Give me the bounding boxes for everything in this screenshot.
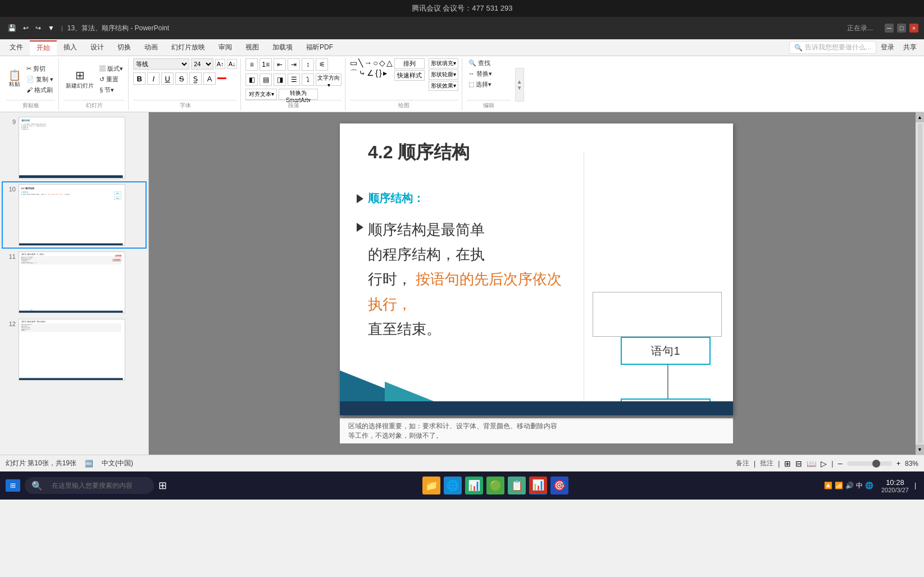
slide-item-10[interactable]: 10 4.2 顺序结构 ▶ 顺序结构： ▶ 顺序结构是最简单的程序结构，在执行时… <box>3 182 145 248</box>
select-btn[interactable]: ⬚ 选择▾ <box>467 80 493 89</box>
tab-foxitpdf[interactable]: 福昕PDF <box>299 40 340 55</box>
shape-arrow[interactable]: → <box>364 58 372 67</box>
save-quick-btn[interactable]: 💾 <box>6 23 19 33</box>
new-slide-btn[interactable]: ⊞ 新建幻灯片 <box>63 67 96 91</box>
format-painter-btn[interactable]: 🖌 格式刷 <box>25 85 55 95</box>
underline-btn[interactable]: U <box>161 72 174 85</box>
zoom-out-btn[interactable]: ─ <box>837 460 843 468</box>
taskbar-search-box[interactable]: 🔍 <box>25 477 154 494</box>
align-right-btn[interactable]: ◨ <box>274 74 286 86</box>
shadow-btn[interactable]: S̲ <box>189 72 202 85</box>
reset-btn[interactable]: ↺ 重置 <box>98 75 125 84</box>
minimize-btn[interactable]: ─ <box>885 24 894 33</box>
paste-btn[interactable]: 📋 粘贴 <box>6 69 23 89</box>
shape-oval[interactable]: ○ <box>373 58 377 67</box>
taskbar-ie[interactable]: 🌐 <box>444 477 462 494</box>
align-center-btn[interactable]: ▤ <box>260 74 272 86</box>
notes-btn[interactable]: 备注 <box>736 459 749 468</box>
task-view-btn[interactable]: ⊞ <box>158 479 167 492</box>
shape-brace[interactable]: } <box>379 68 382 79</box>
login-btn[interactable]: 登录 <box>876 43 899 52</box>
view-reading-btn[interactable]: 📖 <box>807 459 816 468</box>
taskbar-maps[interactable]: 📋 <box>508 477 526 494</box>
smartart-btn[interactable]: 转换为SmartArt▾ <box>279 89 318 100</box>
arrange-btn[interactable]: 排列 <box>394 58 425 69</box>
shape-triangle[interactable]: △ <box>386 58 393 67</box>
ribbon-scroll-btn[interactable]: ▲▼ <box>515 68 524 102</box>
close-btn[interactable]: × <box>909 24 918 33</box>
tab-addins[interactable]: 加载项 <box>266 40 299 55</box>
scroll-up-btn[interactable]: ▲ <box>916 112 924 122</box>
taskbar-app2[interactable]: 🟢 <box>486 477 504 494</box>
font-color-btn[interactable]: A <box>203 72 216 85</box>
tab-transitions[interactable]: 切换 <box>111 40 138 55</box>
italic-btn[interactable]: I <box>147 72 160 85</box>
taskbar-explorer[interactable]: 📁 <box>422 477 440 494</box>
align-left-btn[interactable]: ◧ <box>245 74 258 86</box>
shape-more[interactable]: ▸ <box>383 68 387 79</box>
find-btn[interactable]: 🔍 查找 <box>467 58 492 68</box>
taskbar-search-input[interactable] <box>46 479 147 492</box>
slide-item-12[interactable]: 12 【例1-2】机械完题目A一下数以处置设... #include<stdio… <box>3 317 145 382</box>
tell-me-box[interactable]: 🔍 告诉我您想要做什么... <box>789 41 876 54</box>
undo-btn[interactable]: ↩ <box>21 23 31 33</box>
start-btn[interactable]: ⊞ <box>6 479 20 492</box>
shape-line[interactable]: ╲ <box>358 58 363 67</box>
tab-review[interactable]: 审阅 <box>212 40 239 55</box>
shape-diamond[interactable]: ◇ <box>379 58 385 67</box>
justify-btn[interactable]: ☰ <box>288 74 300 86</box>
view-browse-btn[interactable]: ⊟ <box>795 459 802 468</box>
shape-rect[interactable]: ▭ <box>350 58 357 67</box>
shape-bracket[interactable]: { <box>375 68 378 79</box>
taskbar-app3[interactable]: 🎯 <box>550 477 568 494</box>
taskbar-powerpoint[interactable]: 📊 <box>529 477 547 494</box>
line-spacing-btn[interactable]: ↕ <box>302 58 314 71</box>
strikethrough-btn[interactable]: S <box>175 72 188 85</box>
text-dir-btn[interactable]: ⤵ <box>302 74 314 86</box>
tab-view[interactable]: 视图 <box>239 40 266 55</box>
font-increase-btn[interactable]: A↑ <box>215 59 225 69</box>
tab-animations[interactable]: 动画 <box>138 40 165 55</box>
maximize-btn[interactable]: □ <box>897 24 906 33</box>
redo-btn[interactable]: ↪ <box>33 23 43 33</box>
tab-file[interactable]: 文件 <box>3 40 30 55</box>
bold-btn[interactable]: B <box>133 72 145 85</box>
taskbar-app1[interactable]: 📊 <box>465 477 483 494</box>
font-decrease-btn[interactable]: A↓ <box>227 59 237 69</box>
indent-dec-btn[interactable]: ⇤ <box>274 58 286 71</box>
tab-home[interactable]: 开始 <box>30 40 57 56</box>
shape-curve[interactable]: ⌒ <box>350 68 358 79</box>
shape-effects-btn[interactable]: 形状效果▾ <box>429 81 458 91</box>
view-normal-btn[interactable]: ⊞ <box>784 459 791 468</box>
scroll-down-btn[interactable]: ▼ <box>916 445 924 455</box>
tab-insert[interactable]: 插入 <box>57 40 84 55</box>
quick-styles-btn[interactable]: 快速样式 <box>394 70 425 81</box>
cut-btn[interactable]: ✂ 剪切 <box>25 64 55 74</box>
zoom-in-btn[interactable]: + <box>896 460 900 468</box>
indent-inc-btn[interactable]: ⇥ <box>288 58 300 71</box>
columns-btn[interactable]: ⚟ <box>316 58 328 71</box>
tab-design[interactable]: 设计 <box>84 40 111 55</box>
tab-slideshow[interactable]: 幻灯片放映 <box>165 40 212 55</box>
shape-bend[interactable]: ⤷ <box>359 68 366 79</box>
layout-btn[interactable]: ▤ 版式▾ <box>98 64 125 74</box>
replace-btn[interactable]: ↔ 替换▾ <box>467 69 494 79</box>
align-text-btn[interactable]: 对齐文本▾ <box>245 89 277 100</box>
share-btn[interactable]: 共享 <box>899 43 921 52</box>
shape-fill-btn[interactable]: 形状填充▾ <box>429 58 458 68</box>
shape-outline-btn[interactable]: 形状轮廓▾ <box>429 70 458 80</box>
more-quick-btn[interactable]: ▼ <box>45 23 57 33</box>
comments-btn[interactable]: 批注 <box>760 459 773 468</box>
text-align-btn[interactable]: 文字方向▾ <box>316 74 342 86</box>
copy-btn[interactable]: 📄 复制 ▾ <box>25 75 55 84</box>
show-desktop-btn[interactable]: | <box>912 482 918 489</box>
bullets-btn[interactable]: ≡ <box>245 58 258 71</box>
font-family-select[interactable]: 等线 <box>133 58 189 70</box>
section-btn[interactable]: § 节▾ <box>98 85 125 95</box>
slide-item-9[interactable]: 9 基本结构 ● 一个算法有多个功能执行及结束有不同的... ① 顺序结构：按照… <box>3 115 145 180</box>
numbering-btn[interactable]: 1≡ <box>260 58 272 71</box>
font-size-select[interactable]: 24 <box>191 58 213 70</box>
zoom-slider[interactable] <box>847 461 892 466</box>
shape-angle[interactable]: ∠ <box>367 68 374 79</box>
view-slideshow-btn[interactable]: ▷ <box>821 459 827 468</box>
